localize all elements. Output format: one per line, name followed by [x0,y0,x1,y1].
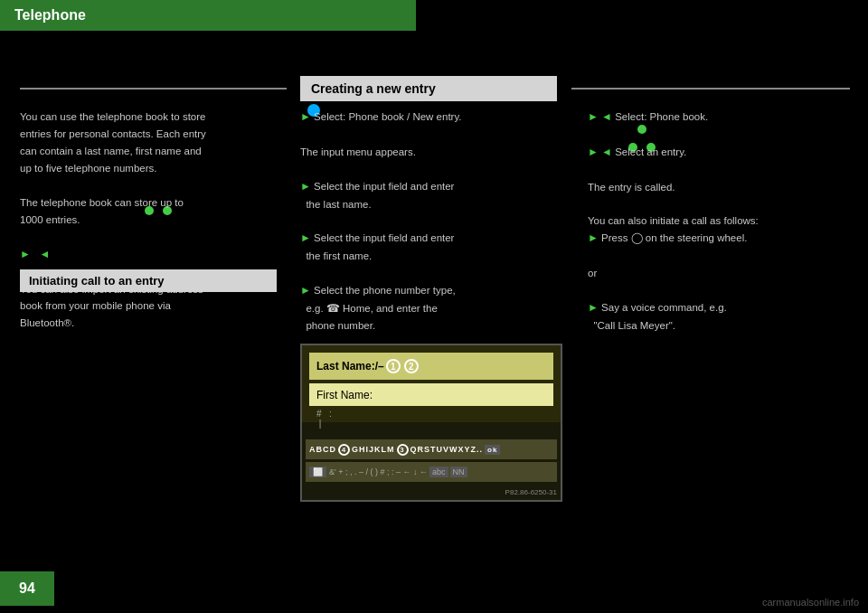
page-header: Telephone [0,0,416,31]
line-right [571,88,850,90]
keyboard-row-2: ⬜ &' + ; , . – / ( ) # ; : – ← ↓ ← abc N… [306,462,557,482]
circle-2: 2 [404,359,419,373]
initiating-label: Initiating call to an entry [29,274,165,288]
watermark: carmanualsonline.info [762,597,859,608]
circle-4: 4 [338,444,350,456]
circle-3: 3 [397,444,409,456]
ok-label: ok [485,445,500,455]
creating-new-entry-box: Creating a new entry [300,76,557,101]
col-left-text: You can use the telephone book to store … [20,108,273,332]
last-name-label: Last Name:/– [316,360,384,373]
screen-input-area: Last Name:/– 1 2 First Name: # : | [302,345,561,422]
line-left [20,88,287,90]
header-title: Telephone [14,7,86,23]
page-content: Telephone Creating a new entry You can u… [0,0,868,613]
keyboard-row-1: ABCD 4 GHIJKLM 3 QRSTUVWXYZ.. ok [306,439,557,459]
first-name-row: First Name: [309,383,553,406]
col-center-text: ► Select: Phone book / New entry. The in… [300,108,553,370]
cursor-area: # : | [316,409,332,429]
page-number: 94 [0,571,54,606]
circle-1: 1 [386,359,401,373]
shift-key: ⬜ [309,467,326,477]
reference-code: P82.86-6250-31 [505,488,557,496]
keyboard-screen-image: Last Name:/– 1 2 First Name: # : | ABCD … [300,344,562,502]
creating-label: Creating a new entry [311,81,436,96]
nn-key: NN [450,467,467,477]
abc-key: abc [429,467,448,477]
last-name-row: Last Name:/– 1 2 [309,353,553,380]
initiating-call-box: Initiating call to an entry [20,269,277,292]
col-right-text: ► ◄ Select: Phone book. ► ◄ Select an en… [588,108,850,335]
first-name-label: First Name: [316,389,373,401]
